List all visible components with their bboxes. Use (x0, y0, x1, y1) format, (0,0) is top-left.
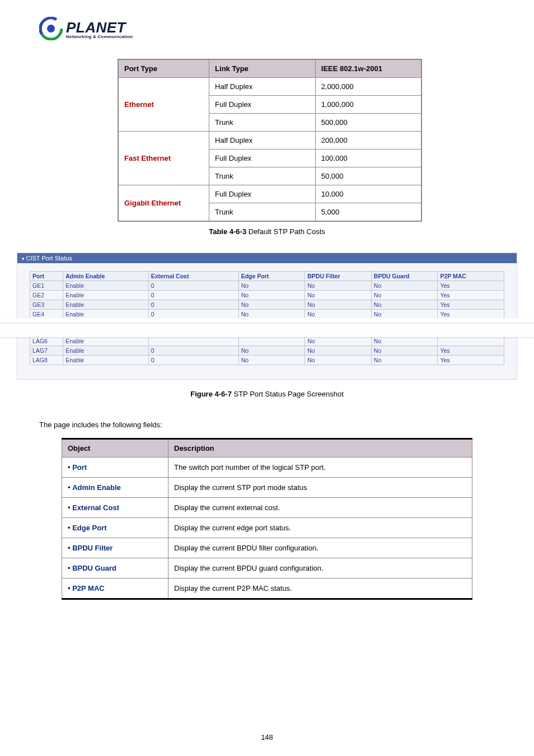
col-port: Port (30, 272, 63, 281)
cell: 5,000 (315, 203, 421, 222)
col-description: Description (168, 439, 472, 458)
obj-name: BPDU Filter (62, 538, 168, 558)
caption-rest: Default STP Path Costs (246, 227, 325, 236)
default-stp-path-costs-table: Port Type Link Type IEEE 802.1w-2001 Eth… (118, 59, 422, 222)
port-type-gigabit-ethernet: Gigabit Ethernet (118, 185, 209, 222)
obj-desc: Display the current P2P MAC status. (168, 578, 472, 599)
table-row: Admin EnableDisplay the current STP port… (62, 478, 472, 498)
cell: 2,000,000 (315, 78, 421, 96)
table-row: P2P MACDisplay the current P2P MAC statu… (62, 578, 472, 599)
cell: Full Duplex (209, 96, 316, 114)
obj-name: Port (62, 458, 168, 478)
cell: Half Duplex (209, 78, 316, 96)
cell: Full Duplex (209, 150, 316, 167)
table-row: External CostDisplay the current externa… (62, 498, 472, 518)
cell: Trunk (209, 114, 316, 132)
logo-swirl-icon (39, 17, 63, 42)
port-type-ethernet: Ethernet (118, 78, 209, 132)
table-row: Edge PortDisplay the current edge port s… (62, 518, 472, 538)
col-port-type: Port Type (118, 59, 209, 78)
col-link-type: Link Type (209, 59, 316, 78)
table-row: LAG7Enable0NoNoNoYes (30, 346, 504, 356)
obj-desc: The switch port number of the logical ST… (168, 458, 472, 478)
cell: 500,000 (315, 114, 421, 132)
table-row: BPDU GuardDisplay the current BPDU guard… (62, 558, 472, 578)
cell: Trunk (209, 203, 316, 222)
table-4-6-3-caption: Table 4-6-3 Default STP Path Costs (39, 227, 495, 236)
col-admin-enable: Admin Enable (63, 272, 148, 281)
col-object: Object (62, 439, 168, 458)
obj-desc: Display the current edge port status. (168, 518, 472, 538)
col-edge-port: Edge Port (238, 272, 305, 281)
obj-name: P2P MAC (62, 578, 168, 599)
obj-name: BPDU Guard (62, 558, 168, 578)
caption-rest: STP Port Status Page Screenshot (232, 390, 344, 398)
intro-text: The page includes the following fields: (39, 421, 495, 429)
table-row: LAG6EnableNoNo (30, 337, 504, 346)
table-row: LAG8Enable0NoNoNoYes (30, 356, 504, 365)
table-row: GE1Enable0NoNoNoYes (30, 281, 504, 291)
obj-desc: Display the current BPDU filter configur… (168, 538, 472, 558)
caption-bold: Table 4-6-3 (209, 227, 246, 236)
cist-port-status-table: Port Admin Enable External Cost Edge Por… (30, 271, 504, 319)
cell: Trunk (209, 167, 316, 185)
col-p2p-mac: P2P MAC (438, 272, 504, 281)
obj-desc: Display the current BPDU guard configura… (168, 558, 472, 578)
col-external-cost: External Cost (148, 272, 238, 281)
object-description-table: Object Description PortThe switch port n… (62, 438, 472, 600)
brand-name: PLANET (66, 20, 133, 35)
col-ieee: IEEE 802.1w-2001 (315, 59, 421, 78)
table-row: GE4Enable0NoNoNoYes (30, 310, 504, 319)
table-row: GE2Enable0NoNoNoYes (30, 291, 504, 300)
table-torn-break (0, 318, 534, 337)
obj-desc: Display the current STP port mode status (168, 478, 472, 498)
port-type-fast-ethernet: Fast Ethernet (118, 132, 209, 185)
cell: 10,000 (315, 185, 421, 203)
col-bpdu-guard: BPDU Guard (371, 272, 438, 281)
cist-panel-title[interactable]: CIST Port Status (17, 253, 517, 263)
svg-point-2 (47, 25, 55, 32)
col-bpdu-filter: BPDU Filter (305, 272, 372, 281)
brand-logo: PLANET Networking & Communication (39, 17, 495, 42)
cell: 50,000 (315, 167, 421, 185)
cell: 100,000 (315, 150, 421, 167)
brand-tagline: Networking & Communication (66, 35, 133, 39)
figure-4-6-7-caption: Figure 4-6-7 STP Port Status Page Screen… (39, 390, 495, 398)
cist-port-status-panel: CIST Port Status Port Admin Enable Exter… (17, 253, 517, 380)
obj-name: External Cost (62, 498, 168, 518)
obj-name: Edge Port (62, 518, 168, 538)
obj-name: Admin Enable (62, 478, 168, 498)
caption-bold: Figure 4-6-7 (190, 390, 232, 398)
table-row: GE3Enable0NoNoNoYes (30, 300, 504, 310)
cell: 200,000 (315, 132, 421, 150)
cell: Full Duplex (209, 185, 316, 203)
page-number: 148 (0, 733, 534, 741)
cell: 1,000,000 (315, 96, 421, 114)
obj-desc: Display the current external cost. (168, 498, 472, 518)
table-row: BPDU FilterDisplay the current BPDU filt… (62, 538, 472, 558)
table-row: PortThe switch port number of the logica… (62, 458, 472, 478)
cist-port-status-table-continued: LAG6EnableNoNo LAG7Enable0NoNoNoYes LAG8… (30, 336, 504, 365)
cell: Half Duplex (209, 132, 316, 150)
